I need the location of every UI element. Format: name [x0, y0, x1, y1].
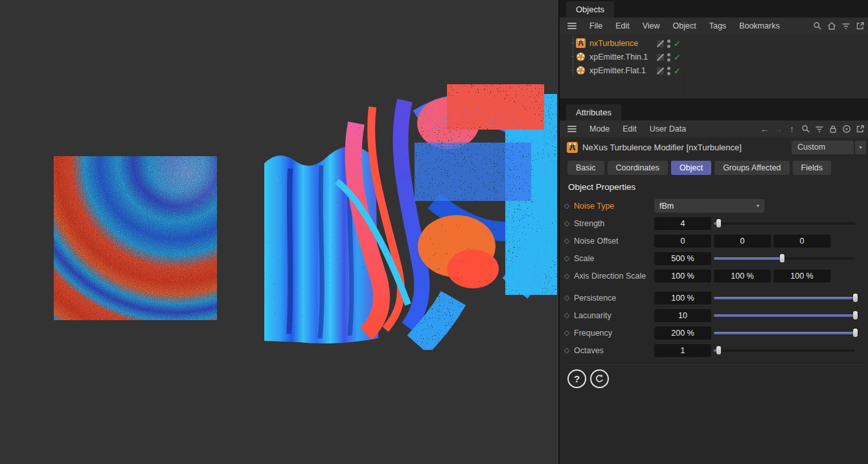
menu-user-data[interactable]: User Data: [650, 124, 686, 133]
footer-separator: [565, 363, 865, 364]
home-icon[interactable]: [827, 21, 836, 31]
noise-type-dropdown[interactable]: fBm ▾: [654, 199, 764, 213]
search-icon[interactable]: [812, 21, 822, 31]
filter-icon[interactable]: [814, 124, 824, 134]
viewport-3d[interactable]: [0, 0, 557, 464]
menu-object[interactable]: Object: [673, 21, 696, 30]
tab-basic[interactable]: Basic: [567, 161, 604, 175]
scale-input[interactable]: 500 %: [654, 252, 711, 265]
property-label: Octaves: [574, 346, 654, 355]
slider-knob[interactable]: [716, 219, 721, 227]
property-row-lacunarity: ◇ Lacunarity 10: [560, 307, 868, 324]
enabled-check-icon[interactable]: ✓: [674, 53, 681, 62]
panel-menu-icon[interactable]: [567, 23, 577, 29]
filter-icon[interactable]: [841, 21, 851, 31]
help-icon[interactable]: ?: [567, 369, 586, 388]
menu-view[interactable]: View: [643, 21, 660, 30]
noise-offset-x-input[interactable]: 0: [654, 235, 711, 248]
property-label: Lacunarity: [574, 311, 654, 320]
axis-scale-y-input[interactable]: 100 %: [714, 270, 771, 283]
slider-knob[interactable]: [716, 346, 721, 354]
menu-bookmarks[interactable]: Bookmarks: [739, 21, 780, 30]
search-icon[interactable]: [801, 124, 810, 134]
tab-groups-affected[interactable]: Groups Affected: [714, 161, 789, 175]
property-label: Noise Offset: [574, 237, 654, 246]
property-label: Frequency: [574, 329, 654, 338]
menu-file[interactable]: File: [589, 21, 602, 30]
visibility-dots-icon[interactable]: [667, 67, 670, 75]
visibility-dots-icon[interactable]: [667, 53, 670, 62]
tab-objects[interactable]: Objects: [566, 1, 614, 17]
tab-object[interactable]: Object: [671, 161, 711, 175]
object-toggles: ✓: [657, 67, 681, 75]
octaves-input[interactable]: 1: [654, 344, 711, 357]
menu-edit[interactable]: Edit: [622, 124, 637, 133]
popout-icon[interactable]: [855, 124, 865, 134]
nxturbulence-icon: [567, 142, 578, 153]
property-label: Noise Type: [574, 202, 654, 211]
back-icon[interactable]: ←: [760, 124, 770, 134]
object-name[interactable]: nxTurbulence: [589, 39, 638, 48]
lock-icon[interactable]: [828, 124, 838, 134]
strength-slider[interactable]: [714, 222, 855, 225]
lacunarity-slider[interactable]: [714, 314, 855, 317]
property-label: Persistence: [574, 294, 654, 303]
menu-edit[interactable]: Edit: [615, 21, 630, 30]
tab-attributes[interactable]: Attributes: [566, 104, 621, 121]
section-title: Object Properties: [568, 182, 635, 192]
up-icon[interactable]: ↑: [787, 124, 797, 134]
object-list[interactable]: nxTurbulence ✓ xpEmitter.Thin.1: [560, 34, 868, 99]
object-name[interactable]: xpEmitter.Flat.1: [589, 66, 646, 75]
slider-knob[interactable]: [853, 329, 858, 337]
reset-icon[interactable]: [590, 369, 609, 388]
diamond-icon: ◇: [560, 294, 574, 302]
menu-tags[interactable]: Tags: [709, 21, 726, 30]
frequency-input[interactable]: 200 %: [654, 327, 711, 340]
preset-dropdown-arrow[interactable]: ▾: [855, 141, 866, 154]
enabled-check-icon[interactable]: ✓: [674, 40, 681, 48]
scale-slider[interactable]: [714, 257, 855, 260]
panel-menu-icon[interactable]: [567, 126, 577, 132]
object-name[interactable]: xpEmitter.Thin.1: [589, 52, 648, 62]
preset-dropdown[interactable]: Custom: [792, 141, 854, 154]
property-row-noise-type: ◇ Noise Type fBm ▾: [560, 197, 868, 215]
layer-toggle-icon[interactable]: [657, 40, 664, 47]
octaves-slider[interactable]: [714, 349, 855, 352]
attribute-object-header: NeXus Turbulence Modifier [nxTurbulence]…: [560, 137, 868, 157]
property-row-axis-direction-scale: ◇ Axis Direction Scale 100 % 100 % 100 %: [560, 267, 868, 284]
slider-knob[interactable]: [853, 311, 858, 319]
slider-knob[interactable]: [780, 254, 784, 262]
diamond-icon: ◇: [560, 346, 574, 354]
noise-offset-z-input[interactable]: 0: [773, 235, 830, 248]
axis-scale-z-input[interactable]: 100 %: [773, 270, 830, 283]
app-window: Objects File Edit View Object Tags Bookm…: [0, 0, 868, 464]
persistence-input[interactable]: 100 %: [654, 292, 711, 305]
axis-scale-x-input[interactable]: 100 %: [654, 270, 711, 283]
tab-fields[interactable]: Fields: [793, 161, 831, 175]
slider-knob[interactable]: [853, 294, 858, 302]
noise-type-value: fBm: [659, 202, 674, 211]
diamond-icon: ◇: [560, 219, 574, 227]
objects-menubar: File Edit View Object Tags Bookmarks: [560, 17, 868, 34]
target-icon[interactable]: [841, 124, 851, 134]
list-column-divider: [685, 34, 686, 99]
lacunarity-input[interactable]: 10: [654, 309, 711, 322]
tree-stub: [571, 43, 575, 43]
layer-toggle-icon[interactable]: [657, 54, 664, 61]
visibility-dots-icon[interactable]: [667, 40, 670, 48]
enabled-check-icon[interactable]: ✓: [674, 67, 681, 75]
popout-icon[interactable]: [855, 21, 865, 31]
xpemitter-icon: [576, 52, 586, 62]
frequency-slider[interactable]: [714, 332, 855, 334]
grain-overlay: [54, 156, 217, 320]
property-label: Axis Direction Scale: [574, 272, 654, 281]
layer-toggle-icon[interactable]: [657, 67, 664, 75]
forward-icon[interactable]: →: [773, 124, 783, 134]
strength-input[interactable]: 4: [654, 217, 711, 230]
property-row-scale: ◇ Scale 500 %: [560, 249, 868, 267]
menu-mode[interactable]: Mode: [589, 124, 610, 133]
tab-coordinates[interactable]: Coordinates: [608, 161, 668, 175]
persistence-slider[interactable]: [714, 297, 855, 299]
tree-stub: [571, 70, 575, 71]
noise-offset-y-input[interactable]: 0: [714, 235, 771, 248]
